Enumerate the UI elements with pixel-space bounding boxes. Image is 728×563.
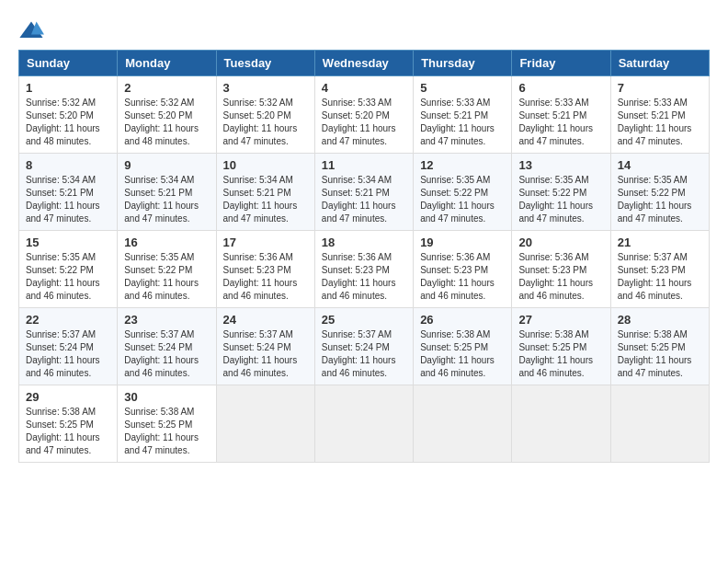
day-number: 1 (26, 81, 110, 95)
calendar-week-row: 1 Sunrise: 5:32 AMSunset: 5:20 PMDayligh… (19, 76, 710, 154)
day-number: 17 (223, 236, 308, 249)
day-info: Sunrise: 5:33 AMSunset: 5:21 PMDaylight:… (618, 98, 692, 146)
day-info: Sunrise: 5:38 AMSunset: 5:25 PMDaylight:… (618, 329, 692, 378)
day-number: 11 (322, 158, 406, 172)
day-info: Sunrise: 5:36 AMSunset: 5:23 PMDaylight:… (223, 252, 298, 301)
calendar-cell: 30 Sunrise: 5:38 AMSunset: 5:25 PMDaylig… (118, 385, 216, 463)
col-header-saturday: Saturday (610, 51, 709, 76)
day-number: 7 (618, 81, 702, 95)
calendar-cell: 6 Sunrise: 5:33 AMSunset: 5:21 PMDayligh… (512, 76, 610, 154)
day-info: Sunrise: 5:37 AMSunset: 5:24 PMDaylight:… (322, 329, 396, 378)
page-header (18, 18, 710, 44)
col-header-tuesday: Tuesday (216, 51, 314, 76)
col-header-wednesday: Wednesday (314, 51, 413, 76)
calendar-cell: 21 Sunrise: 5:37 AMSunset: 5:23 PMDaylig… (610, 231, 709, 308)
calendar-cell: 28 Sunrise: 5:38 AMSunset: 5:25 PMDaylig… (610, 308, 709, 385)
calendar-header-row: SundayMondayTuesdayWednesdayThursdayFrid… (19, 51, 710, 76)
day-number: 28 (618, 313, 702, 327)
day-info: Sunrise: 5:34 AMSunset: 5:21 PMDaylight:… (223, 175, 298, 224)
logo (18, 18, 48, 44)
calendar-cell: 14 Sunrise: 5:35 AMSunset: 5:22 PMDaylig… (610, 154, 709, 231)
calendar-cell: 18 Sunrise: 5:36 AMSunset: 5:23 PMDaylig… (314, 231, 413, 308)
calendar-cell: 7 Sunrise: 5:33 AMSunset: 5:21 PMDayligh… (610, 76, 709, 154)
day-number: 3 (223, 81, 308, 95)
day-number: 21 (618, 236, 702, 249)
day-info: Sunrise: 5:34 AMSunset: 5:21 PMDaylight:… (26, 175, 100, 224)
day-info: Sunrise: 5:34 AMSunset: 5:21 PMDaylight:… (124, 175, 199, 224)
calendar-cell: 19 Sunrise: 5:36 AMSunset: 5:23 PMDaylig… (414, 231, 512, 308)
calendar-cell: 25 Sunrise: 5:37 AMSunset: 5:24 PMDaylig… (314, 308, 413, 385)
calendar-cell (414, 385, 512, 463)
day-info: Sunrise: 5:38 AMSunset: 5:25 PMDaylight:… (26, 407, 100, 455)
day-info: Sunrise: 5:34 AMSunset: 5:21 PMDaylight:… (322, 175, 396, 224)
day-number: 23 (124, 313, 209, 327)
calendar-cell: 12 Sunrise: 5:35 AMSunset: 5:22 PMDaylig… (414, 154, 512, 231)
day-info: Sunrise: 5:33 AMSunset: 5:21 PMDaylight:… (518, 98, 593, 146)
day-number: 12 (420, 158, 505, 172)
day-info: Sunrise: 5:37 AMSunset: 5:24 PMDaylight:… (223, 329, 298, 378)
calendar-table: SundayMondayTuesdayWednesdayThursdayFrid… (18, 50, 710, 463)
calendar-cell: 17 Sunrise: 5:36 AMSunset: 5:23 PMDaylig… (216, 231, 314, 308)
day-info: Sunrise: 5:35 AMSunset: 5:22 PMDaylight:… (518, 175, 593, 224)
day-info: Sunrise: 5:35 AMSunset: 5:22 PMDaylight:… (124, 252, 199, 301)
calendar-cell: 9 Sunrise: 5:34 AMSunset: 5:21 PMDayligh… (118, 154, 216, 231)
day-info: Sunrise: 5:38 AMSunset: 5:25 PMDaylight:… (124, 407, 199, 455)
calendar-cell: 11 Sunrise: 5:34 AMSunset: 5:21 PMDaylig… (314, 154, 413, 231)
calendar-cell: 5 Sunrise: 5:33 AMSunset: 5:21 PMDayligh… (414, 76, 512, 154)
logo-icon (18, 18, 44, 44)
day-info: Sunrise: 5:32 AMSunset: 5:20 PMDaylight:… (26, 98, 100, 146)
calendar-cell (610, 385, 709, 463)
day-number: 25 (322, 313, 406, 327)
day-number: 6 (518, 81, 603, 95)
calendar-cell (216, 385, 314, 463)
day-info: Sunrise: 5:36 AMSunset: 5:23 PMDaylight:… (420, 252, 495, 301)
day-info: Sunrise: 5:37 AMSunset: 5:23 PMDaylight:… (618, 252, 692, 301)
day-number: 15 (26, 236, 110, 249)
day-number: 29 (26, 390, 110, 404)
day-number: 19 (420, 236, 505, 249)
col-header-friday: Friday (512, 51, 610, 76)
calendar-cell: 13 Sunrise: 5:35 AMSunset: 5:22 PMDaylig… (512, 154, 610, 231)
day-number: 27 (518, 313, 603, 327)
calendar-cell: 16 Sunrise: 5:35 AMSunset: 5:22 PMDaylig… (118, 231, 216, 308)
calendar-cell: 20 Sunrise: 5:36 AMSunset: 5:23 PMDaylig… (512, 231, 610, 308)
day-number: 30 (124, 390, 209, 404)
day-info: Sunrise: 5:37 AMSunset: 5:24 PMDaylight:… (26, 329, 100, 378)
day-info: Sunrise: 5:36 AMSunset: 5:23 PMDaylight:… (518, 252, 593, 301)
calendar-cell (512, 385, 610, 463)
calendar-cell: 8 Sunrise: 5:34 AMSunset: 5:21 PMDayligh… (19, 154, 118, 231)
calendar-week-row: 8 Sunrise: 5:34 AMSunset: 5:21 PMDayligh… (19, 154, 710, 231)
calendar-week-row: 15 Sunrise: 5:35 AMSunset: 5:22 PMDaylig… (19, 231, 710, 308)
day-number: 13 (518, 158, 603, 172)
day-number: 8 (26, 158, 110, 172)
calendar-cell: 26 Sunrise: 5:38 AMSunset: 5:25 PMDaylig… (414, 308, 512, 385)
day-number: 20 (518, 236, 603, 249)
day-info: Sunrise: 5:35 AMSunset: 5:22 PMDaylight:… (618, 175, 692, 224)
day-number: 9 (124, 158, 209, 172)
calendar-cell: 4 Sunrise: 5:33 AMSunset: 5:20 PMDayligh… (314, 76, 413, 154)
day-info: Sunrise: 5:38 AMSunset: 5:25 PMDaylight:… (518, 329, 593, 378)
day-info: Sunrise: 5:37 AMSunset: 5:24 PMDaylight:… (124, 329, 199, 378)
calendar-cell: 23 Sunrise: 5:37 AMSunset: 5:24 PMDaylig… (118, 308, 216, 385)
day-info: Sunrise: 5:32 AMSunset: 5:20 PMDaylight:… (124, 98, 199, 146)
day-number: 24 (223, 313, 308, 327)
day-number: 26 (420, 313, 505, 327)
calendar-cell: 2 Sunrise: 5:32 AMSunset: 5:20 PMDayligh… (118, 76, 216, 154)
calendar-cell (314, 385, 413, 463)
calendar-cell: 27 Sunrise: 5:38 AMSunset: 5:25 PMDaylig… (512, 308, 610, 385)
day-number: 16 (124, 236, 209, 249)
calendar-cell: 15 Sunrise: 5:35 AMSunset: 5:22 PMDaylig… (19, 231, 118, 308)
calendar-cell: 24 Sunrise: 5:37 AMSunset: 5:24 PMDaylig… (216, 308, 314, 385)
day-number: 18 (322, 236, 406, 249)
day-number: 4 (322, 81, 406, 95)
day-info: Sunrise: 5:35 AMSunset: 5:22 PMDaylight:… (420, 175, 495, 224)
day-info: Sunrise: 5:33 AMSunset: 5:20 PMDaylight:… (322, 98, 396, 146)
calendar-cell: 10 Sunrise: 5:34 AMSunset: 5:21 PMDaylig… (216, 154, 314, 231)
day-number: 5 (420, 81, 505, 95)
calendar-cell: 3 Sunrise: 5:32 AMSunset: 5:20 PMDayligh… (216, 76, 314, 154)
day-number: 14 (618, 158, 702, 172)
calendar-week-row: 22 Sunrise: 5:37 AMSunset: 5:24 PMDaylig… (19, 308, 710, 385)
calendar-cell: 29 Sunrise: 5:38 AMSunset: 5:25 PMDaylig… (19, 385, 118, 463)
day-info: Sunrise: 5:32 AMSunset: 5:20 PMDaylight:… (223, 98, 298, 146)
day-number: 10 (223, 158, 308, 172)
